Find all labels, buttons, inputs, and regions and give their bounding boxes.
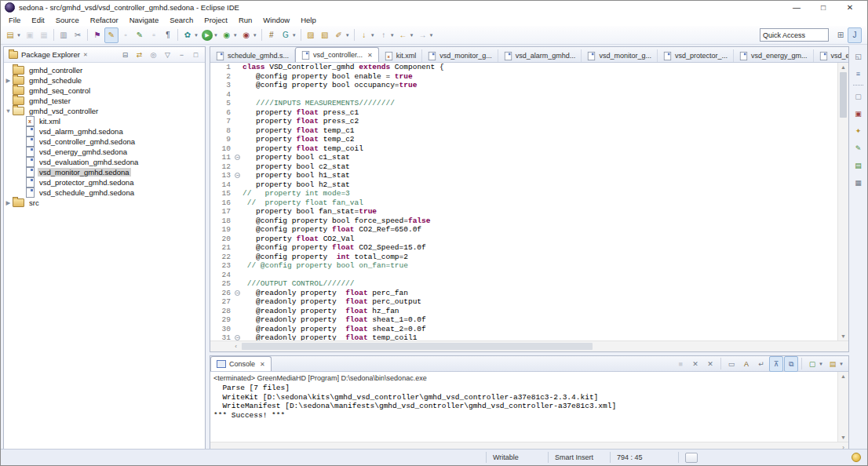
menu-edit[interactable]: Edit xyxy=(26,16,49,24)
tree-expander-icon[interactable]: ▶ xyxy=(4,77,13,84)
console-tab-close-icon[interactable]: ✕ xyxy=(260,361,265,368)
menu-refactor[interactable]: Refactor xyxy=(85,16,124,24)
fold-marker-icon[interactable]: − xyxy=(233,289,243,298)
console-scroll-up-icon[interactable]: ▲ xyxy=(838,372,848,380)
next-annotation-icon[interactable]: ↑▼ xyxy=(377,27,396,43)
dropdown-arrow-icon[interactable]: ▼ xyxy=(410,33,414,38)
dropdown-arrow-icon[interactable]: ▼ xyxy=(370,33,375,38)
minimized-view-6-icon[interactable]: ▦ xyxy=(852,175,865,191)
clear-console-icon[interactable]: ▭ xyxy=(724,356,739,372)
close-button[interactable]: ✕ xyxy=(837,2,863,14)
tree-item-gmhd_vsd_controller[interactable]: ▼gmhd_vsd_controller xyxy=(4,106,205,116)
code-line-11[interactable]: 11− property bool c1_stat xyxy=(210,153,837,162)
code-line-31[interactable]: 31− @readonly property float temp_coil1 xyxy=(210,333,837,340)
code-line-1[interactable]: 1class VSD_Controller_gmhd extends Compo… xyxy=(210,63,837,72)
code-line-24[interactable]: 24 xyxy=(210,271,837,280)
code-line-28[interactable]: 28 @readonly property float hz_fan xyxy=(210,307,837,316)
open-console-icon[interactable]: ▤▼ xyxy=(826,356,845,372)
editor-horizontal-scrollbar[interactable]: ‹ xyxy=(210,340,848,351)
dropdown-arrow-icon[interactable]: ▼ xyxy=(194,33,199,38)
editor-tab-kit.xml[interactable]: kit.xml xyxy=(379,49,423,62)
tree-item-vsd_protector_gmhd.sedona[interactable]: vsd_protector_gmhd.sedona xyxy=(17,177,205,187)
editor-tab-vsd_evaluation[interactable]: vsd_evaluation... xyxy=(814,49,848,62)
fold-marker-icon[interactable]: − xyxy=(233,333,243,340)
back-icon[interactable]: ←▼ xyxy=(396,27,416,43)
tree-item-gmhd_seq_control[interactable]: gmhd_seq_control xyxy=(4,86,205,96)
menu-run[interactable]: Run xyxy=(233,16,257,24)
console-tab[interactable]: Console ✕ xyxy=(210,356,272,371)
code-line-10[interactable]: 10 property float temp_coil xyxy=(210,144,837,154)
editor-tab-schedule_gmhd.s[interactable]: schedule_gmhd.s... xyxy=(210,49,295,62)
dropdown-arrow-icon[interactable]: ▼ xyxy=(429,33,434,38)
maximize-view-icon[interactable]: □ xyxy=(189,47,202,63)
menu-navigate[interactable]: Navigate xyxy=(124,16,165,24)
tree-item-src[interactable]: ▶src xyxy=(4,198,205,208)
code-line-12[interactable]: 12 property bool c2_stat xyxy=(210,162,837,172)
code-line-3[interactable]: 3 @config property bool occupancy=true xyxy=(210,81,837,90)
view-menu-icon[interactable]: ▽ xyxy=(161,47,174,63)
scroll-down-icon[interactable]: ▼ xyxy=(838,332,848,340)
code-line-17[interactable]: 17 property bool fan_stat=true xyxy=(210,207,837,217)
editor-vertical-scrollbar[interactable]: ▲ ▼ xyxy=(837,63,848,340)
code-line-7[interactable]: 7 property float press_c2 xyxy=(210,117,837,126)
tab-close-icon[interactable]: ✕ xyxy=(367,52,373,59)
code-line-26[interactable]: 26− @readonly property float perc_fan xyxy=(210,289,837,298)
pin-console-icon[interactable]: ⊼ xyxy=(769,356,783,372)
search-icon[interactable]: ✐▼ xyxy=(332,27,352,43)
editor-tab-vsd_alarm_gmhd[interactable]: vsd_alarm_gmhd... xyxy=(498,49,582,62)
tree-item-kit.xml[interactable]: kit.xml xyxy=(17,116,205,126)
code-line-27[interactable]: 27 @readonly property float perc_output xyxy=(210,297,837,307)
tree-expander-icon[interactable]: ▶ xyxy=(4,199,13,206)
code-line-14[interactable]: 14 property bool h2_stat xyxy=(210,180,837,190)
open-folder-icon[interactable]: ▨ xyxy=(304,27,318,43)
outline-view-icon[interactable]: ≡ xyxy=(852,66,865,82)
code-line-18[interactable]: 18 @config property bool force_speed=fal… xyxy=(210,217,837,226)
word-wrap-icon[interactable]: ↵ xyxy=(754,356,768,372)
dropdown-arrow-icon[interactable]: ▼ xyxy=(253,33,257,38)
fold-marker-icon[interactable]: − xyxy=(233,171,243,180)
dropdown-arrow-icon[interactable]: ▼ xyxy=(213,33,218,38)
menu-project[interactable]: Project xyxy=(199,16,233,24)
code-line-2[interactable]: 2 @config property bool enable = true xyxy=(210,72,837,82)
console-vertical-scrollbar[interactable]: ▲ ▼ xyxy=(837,372,848,442)
save-icon[interactable]: ▣ xyxy=(23,27,37,43)
status-tool-icon[interactable] xyxy=(685,453,698,463)
code-line-4[interactable]: 4 xyxy=(210,90,837,100)
display-selected-console-icon[interactable]: ▢▼ xyxy=(805,356,825,372)
scroll-left-icon[interactable]: ‹ xyxy=(231,341,241,351)
code-line-20[interactable]: 20 property float CO2_Val xyxy=(210,235,837,244)
code-line-16[interactable]: 16 // property float fan_val xyxy=(210,198,837,208)
collapse-all-icon[interactable]: ⊟ xyxy=(119,47,132,63)
minimized-view-4-icon[interactable]: ✎ xyxy=(852,140,865,156)
code-line-19[interactable]: 19 @config property float CO2_Ref=650.0f xyxy=(210,225,837,235)
minimize-button[interactable]: — xyxy=(783,2,810,14)
dropdown-arrow-icon[interactable]: ▼ xyxy=(819,362,823,366)
edit-config-icon[interactable]: ✎ xyxy=(133,27,147,43)
minimized-view-2-icon[interactable]: ▣ xyxy=(852,106,865,122)
code-line-6[interactable]: 6 property float press_c1 xyxy=(210,108,837,118)
editor-tab-vsd_controller[interactable]: vsd_controller...✕ xyxy=(295,47,379,62)
focus-on-active-task-icon[interactable]: ◎ xyxy=(147,47,160,63)
link-with-editor-icon[interactable]: ⇄ xyxy=(133,47,146,63)
dropdown-arrow-icon[interactable]: ▼ xyxy=(390,33,395,38)
tree-item-vsd_schedule_gmhd.sedona[interactable]: vsd_schedule_gmhd.sedona xyxy=(17,187,205,198)
mark-occurrences-icon[interactable]: ◦ xyxy=(119,27,133,43)
terminate-icon[interactable]: ■ xyxy=(673,356,687,372)
tree-item-vsd_evaluation_gmhd.sedona[interactable]: vsd_evaluation_gmhd.sedona xyxy=(17,157,205,167)
menu-help[interactable]: Help xyxy=(295,16,322,24)
tree-item-vsd_controller_gmhd.sedona[interactable]: vsd_controller_gmhd.sedona xyxy=(17,137,205,147)
open-perspective-icon[interactable]: ⊞ xyxy=(833,27,848,43)
editor-tab-vsd_monitor_g[interactable]: vsd_monitor_g... xyxy=(582,49,658,62)
dropdown-arrow-icon[interactable]: ▼ xyxy=(16,33,21,38)
external-tools-icon[interactable]: ✿▼ xyxy=(181,27,200,43)
code-line-15[interactable]: 15// property int mode=3 xyxy=(210,189,837,198)
tree-expander-icon[interactable]: ▼ xyxy=(4,107,13,115)
tree-item-vsd_energy_gmhd.sedona[interactable]: vsd_energy_gmhd.sedona xyxy=(17,147,205,157)
open-task-icon[interactable]: ⚑ xyxy=(90,27,104,43)
tree-item-gmhd_controller[interactable]: gmhd_controller xyxy=(4,65,205,75)
tree-item-vsd_alarm_gmhd.sedona[interactable]: vsd_alarm_gmhd.sedona xyxy=(17,126,205,137)
editor-vscroll-thumb[interactable] xyxy=(840,72,847,118)
console-scroll-down-icon[interactable]: ▼ xyxy=(838,433,848,442)
view-close-icon[interactable]: ✕ xyxy=(83,52,88,58)
tree-item-vsd_monitor_gmhd.sedona[interactable]: vsd_monitor_gmhd.sedona xyxy=(17,167,205,177)
